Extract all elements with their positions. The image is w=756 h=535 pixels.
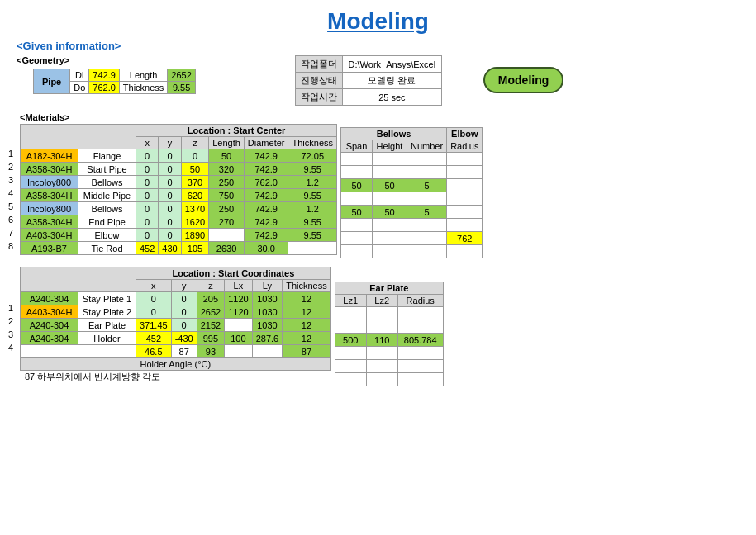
bellows-row: 50505 [341,206,483,219]
row-num-3: 3 [8,175,18,188]
lower-row-num-extra [8,356,18,369]
elbow-cell [447,179,483,192]
row-num-4: 4 [8,188,18,201]
lower-thickness-cell: 12 [283,292,331,305]
lower-header-empty1 [21,268,78,292]
bellows-cell [341,232,373,245]
lower-col-z: z [197,280,224,292]
thickness-value[interactable]: 9.55 [168,82,195,94]
ear-cell: 805.784 [397,334,443,347]
elbow-cell [447,219,483,232]
row-num-5: 5 [8,201,18,215]
material-cell: A358-304H [21,189,78,202]
diameter-cell: 742.9 [244,163,288,176]
info-key-1: 작업폴더 [295,56,342,73]
ear-cell [335,347,366,360]
extra-cell: 87 [171,345,197,358]
thickness-cell: 9.55 [288,215,337,229]
lower-row-num-2: 2 [8,316,18,329]
ear-angle-row [335,373,443,386]
elbow-cell [447,206,483,219]
lower-row-num-3: 3 [8,329,18,343]
bellows-cell: 50 [341,206,373,219]
bellows-cell [341,153,373,166]
lower-col-x: x [136,280,172,292]
upper-header-empty1 [21,125,78,149]
modeling-button[interactable]: Modeling [483,67,563,93]
bellows-elbow-table: Bellows Elbow Span Height Number Radius … [340,127,483,258]
lower-col-lx: Lx [225,280,252,292]
lower-y-cell: 0 [171,292,197,305]
xyz-cell: 430 [159,242,181,255]
part-cell: Tie Rod [78,242,136,255]
bellows-cell: 5 [407,206,447,219]
col-thickness: Thickness [288,137,337,149]
length-label: Length [119,69,168,82]
elbow-header: Elbow [447,128,483,140]
length-cell [209,229,245,242]
bellows-cell: 50 [373,179,407,192]
part-cell: Bellows [78,202,136,215]
length-cell: 2630 [209,242,245,255]
lower-lx-cell: 1120 [225,305,252,319]
upper-table-row: A358-304HMiddle Pipe00620750742.99.55 [21,189,337,202]
ear-plate-row [335,307,443,320]
holder-angle-row: Holder Angle (°C) [21,358,331,371]
xyz-cell: 0 [159,215,181,229]
part-cell: Flange [78,149,136,163]
bellows-cell [341,219,373,232]
lower-part-cell: Holder [78,332,136,345]
ear-lz1-header: Lz1 [335,295,366,307]
ear-plate-row [335,320,443,334]
elbow-cell [447,166,483,179]
length-value[interactable]: 2652 [168,69,195,82]
material-cell: A403-304H [21,229,78,242]
xyz-cell: 0 [136,189,159,202]
ear-plate-table: Ear Plate Lz1 Lz2 Radius 500110805.784 [335,282,444,386]
thickness-cell [288,242,337,255]
ear-extra-row [335,360,443,373]
lower-x-cell: 0 [136,292,172,305]
material-cell: A193-B7 [21,242,78,255]
xyz-cell: 1620 [181,215,208,229]
do-value[interactable]: 762.0 [89,82,120,94]
diameter-cell: 742.9 [244,202,288,215]
xyz-cell: 0 [181,149,208,163]
lower-extra-row: 46.5879387 [21,345,331,358]
info-val-2: 모델링 완료 [342,73,441,89]
ear-lz2-header: Lz2 [366,295,397,307]
lower-x-cell: 371.45 [136,319,172,332]
ear-cell [366,320,397,334]
xyz-cell: 0 [136,215,159,229]
diameter-cell: 742.9 [244,149,288,163]
part-cell: Middle Pipe [78,189,136,202]
xyz-cell: 0 [136,202,159,215]
part-cell: End Pipe [78,215,136,229]
material-cell: A182-304H [21,149,78,163]
elbow-cell [447,245,483,258]
xyz-cell: 0 [136,149,159,163]
xyz-cell: 370 [181,176,208,189]
extra-cell: 93 [197,345,224,358]
bellows-cell [407,166,447,179]
bellows-cell [373,192,407,206]
bellows-height-header: Height [373,140,407,153]
spacer-1 [8,135,18,149]
bellows-row [341,245,483,258]
lower-z-cell: 2652 [197,305,224,319]
diameter-cell: 742.9 [244,229,288,242]
xyz-cell: 0 [136,163,159,176]
xyz-cell: 0 [159,189,181,202]
lower-table-row: A240-304Stay Plate 1002051120103012 [21,292,331,305]
bellows-cell [373,219,407,232]
xyz-cell: 0 [136,229,159,242]
xyz-cell: 50 [181,163,208,176]
elbow-cell [447,153,483,166]
lower-ly-cell: 1030 [252,319,283,332]
material-cell: A358-304H [21,163,78,176]
location-start-center-header: Location : Start Center [136,125,337,137]
bellows-row [341,153,483,166]
di-value[interactable]: 742.9 [89,69,120,82]
length-cell: 250 [209,176,245,189]
upper-table-row: A182-304HFlange00050742.972.05 [21,149,337,163]
